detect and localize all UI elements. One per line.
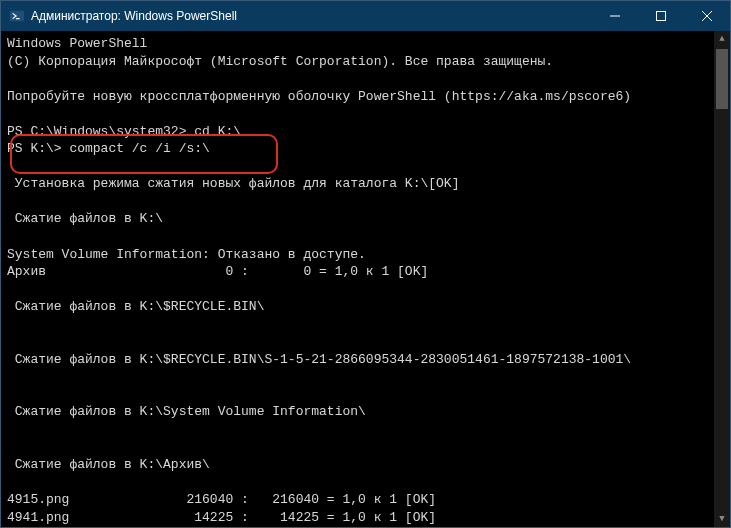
terminal-line: 5294.png 94768 : 94768 = 1,0 к 1 [OK] [7,526,708,527]
terminal-line: PS K:\> compact /c /i /s:\ [7,140,708,158]
maximize-button[interactable] [638,1,684,31]
terminal-line [7,105,708,123]
scroll-thumb[interactable] [716,49,728,109]
terminal-line [7,158,708,176]
terminal-line: Архив 0 : 0 = 1,0 к 1 [OK] [7,263,708,281]
terminal-line: 4915.png 216040 : 216040 = 1,0 к 1 [OK] [7,491,708,509]
svg-rect-3 [657,12,666,21]
terminal-line: Сжатие файлов в K:\System Volume Informa… [7,403,708,421]
terminal-line [7,386,708,404]
terminal-line: Попробуйте новую кроссплатформенную обол… [7,88,708,106]
terminal-line: System Volume Information: Отказано в до… [7,246,708,264]
terminal-line: Сжатие файлов в K:\Архив\ [7,456,708,474]
powershell-window: Администратор: Windows PowerShell Window… [0,0,731,528]
terminal-line: Windows PowerShell [7,35,708,53]
minimize-button[interactable] [592,1,638,31]
scroll-up-button[interactable]: ▲ [714,31,730,47]
close-button[interactable] [684,1,730,31]
terminal-line [7,333,708,351]
titlebar[interactable]: Администратор: Windows PowerShell [1,1,730,31]
terminal-line [7,368,708,386]
window-controls [592,1,730,31]
terminal-line: Сжатие файлов в K:\$RECYCLE.BIN\S-1-5-21… [7,351,708,369]
terminal-line: PS C:\Windows\system32> cd K:\ [7,123,708,141]
terminal-line [7,281,708,299]
terminal-line [7,193,708,211]
window-title: Администратор: Windows PowerShell [31,9,592,23]
terminal-line: 4941.png 14225 : 14225 = 1,0 к 1 [OK] [7,509,708,527]
terminal-line [7,316,708,334]
terminal-content: Windows PowerShell(C) Корпорация Майкрос… [7,35,708,527]
scroll-down-button[interactable]: ▼ [714,511,730,527]
powershell-icon [9,8,25,24]
terminal-area[interactable]: Windows PowerShell(C) Корпорация Майкрос… [1,31,730,527]
terminal-line: Сжатие файлов в K:\$RECYCLE.BIN\ [7,298,708,316]
terminal-line [7,439,708,457]
terminal-line: Сжатие файлов в K:\ [7,210,708,228]
terminal-line [7,421,708,439]
terminal-line [7,474,708,492]
terminal-line [7,70,708,88]
vertical-scrollbar[interactable]: ▲ ▼ [714,31,730,527]
terminal-line: (C) Корпорация Майкрософт (Microsoft Cor… [7,53,708,71]
terminal-line [7,228,708,246]
terminal-line: Установка режима сжатия новых файлов для… [7,175,708,193]
